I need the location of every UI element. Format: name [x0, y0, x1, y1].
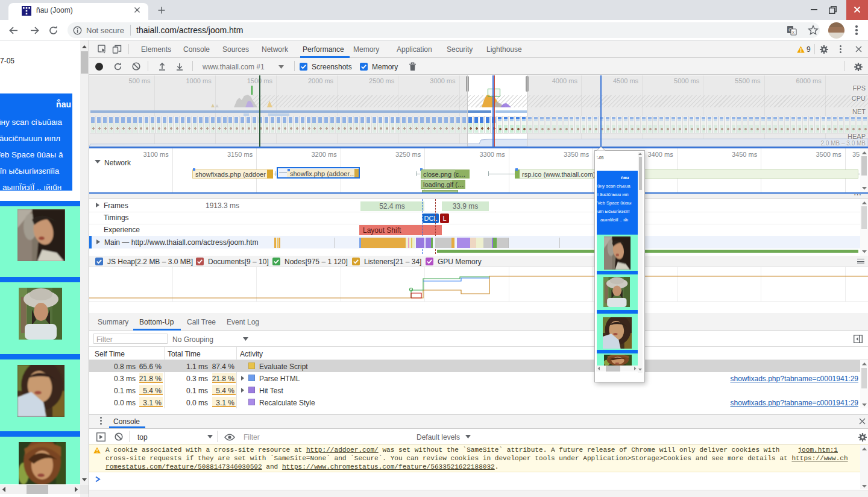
svg-text:x: x — [792, 30, 794, 35]
